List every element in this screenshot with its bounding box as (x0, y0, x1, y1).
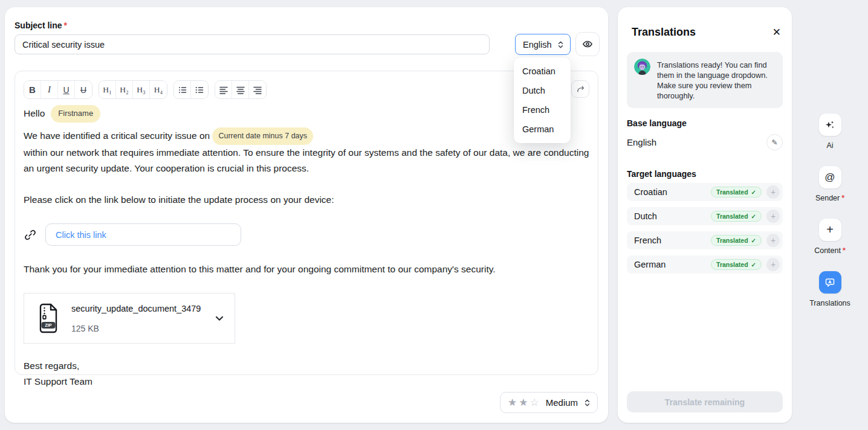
plus-icon: + (826, 223, 834, 237)
bullet-list-button[interactable] (174, 81, 191, 98)
paragraph-1: We have identified a critical security i… (24, 127, 591, 176)
rail-item-content: + Content* (814, 219, 846, 255)
email-editor-card: Subject line* English Croatian Dutch Fre… (5, 7, 608, 423)
attachment-card[interactable]: ZIP security_update_document_3479 125 KB (24, 293, 235, 344)
link-button[interactable]: Click this link (45, 223, 241, 246)
rich-text-editor: B I U U H₁ H₂ H₃ H₄ (15, 71, 598, 375)
language-option-croatian[interactable]: Croatian (514, 62, 571, 81)
target-row-dutch[interactable]: Dutch Translated ✓ + (627, 207, 783, 225)
align-left-button[interactable] (215, 81, 232, 98)
link-label: Click this link (56, 227, 106, 243)
edit-base-language-button[interactable]: ✎ (766, 134, 783, 150)
star-empty-icon: ☆ (530, 397, 539, 408)
subject-line-label: Subject line* (15, 21, 67, 30)
translate-remaining-button[interactable]: Translate remaining (627, 391, 783, 412)
align-center-button[interactable] (232, 81, 249, 98)
align-right-button[interactable] (249, 81, 266, 98)
add-language-button[interactable]: + (766, 234, 780, 247)
plus-icon: + (771, 187, 776, 197)
redo-icon (576, 85, 585, 94)
rail-label-ai: Ai (826, 141, 833, 150)
translations-button[interactable] (819, 271, 841, 294)
add-language-button[interactable]: + (766, 258, 780, 271)
tools-rail: Ai @ Sender* + Content* Translations (792, 114, 868, 307)
add-language-button[interactable]: + (766, 210, 780, 223)
rail-label-sender: Sender* (815, 194, 844, 202)
language-select[interactable]: English (515, 34, 571, 55)
heading1-button[interactable]: H₁ (99, 81, 116, 98)
target-row-german[interactable]: German Translated ✓ + (627, 255, 783, 274)
heading3-button[interactable]: H₃ (133, 81, 150, 98)
status-badge: Translated ✓ (711, 187, 762, 197)
email-body[interactable]: HelloFirstname We have identified a crit… (24, 105, 591, 390)
heading2-button[interactable]: H₂ (116, 81, 133, 98)
align-right-icon (253, 85, 262, 95)
italic-button[interactable]: I (41, 81, 58, 98)
ordered-list-button[interactable] (191, 81, 208, 98)
notice-text: Translations ready! You can find them in… (657, 59, 776, 101)
language-select-value: English (523, 40, 552, 50)
language-option-french[interactable]: French (514, 100, 571, 120)
translations-notice: Translations ready! You can find them in… (627, 52, 783, 108)
rail-label-content: Content* (814, 246, 846, 255)
language-option-german[interactable]: German (514, 120, 571, 139)
zip-file-icon: ZIP (36, 303, 60, 333)
editor-toolbar: B I U U H₁ H₂ H₃ H₄ (24, 80, 267, 99)
plus-icon: + (771, 211, 776, 221)
link-icon (24, 228, 37, 242)
panel-title: Translations (632, 26, 696, 39)
status-badge: Translated ✓ (711, 259, 762, 270)
rail-item-translations: Translations (809, 271, 850, 307)
base-language-value: English (627, 137, 656, 147)
assistant-avatar (634, 59, 650, 75)
greeting-line: HelloFirstname (24, 105, 591, 123)
pencil-icon: ✎ (771, 138, 777, 147)
firstname-merge-tag[interactable]: Firstname (51, 105, 100, 123)
check-icon: ✓ (751, 189, 756, 196)
priority-select[interactable]: ★ ★ ☆ Medium (500, 392, 598, 413)
required-asterisk: * (841, 194, 844, 202)
select-chevrons-icon (583, 399, 591, 407)
chevron-down-icon[interactable] (214, 313, 225, 324)
redo-button[interactable] (571, 80, 589, 98)
target-languages-label: Target languages (627, 169, 696, 179)
priority-value: Medium (546, 397, 578, 408)
heading-group: H₁ H₂ H₃ H₄ (99, 80, 167, 99)
rail-item-sender: @ Sender* (815, 166, 844, 202)
date-merge-tag[interactable]: Current date minus 7 days (212, 127, 313, 145)
strikethrough-button[interactable]: U (75, 81, 92, 98)
add-language-button[interactable]: + (766, 185, 780, 199)
rail-item-ai: Ai (819, 114, 841, 150)
preview-button[interactable] (575, 32, 600, 56)
base-language-label: Base language (627, 118, 687, 128)
underline-button[interactable]: U (58, 81, 75, 98)
heading4-button[interactable]: H₄ (150, 81, 167, 98)
language-option-dutch[interactable]: Dutch (514, 81, 571, 100)
ai-button[interactable] (819, 114, 841, 136)
content-button[interactable]: + (819, 219, 841, 241)
status-badge: Translated ✓ (711, 235, 762, 246)
sender-button[interactable]: @ (819, 166, 841, 188)
plus-icon: + (771, 236, 776, 245)
check-icon: ✓ (751, 213, 756, 220)
subject-input[interactable] (15, 34, 490, 54)
bullet-list-icon (178, 85, 187, 95)
bold-button[interactable]: B (24, 81, 41, 98)
sparkles-icon (824, 120, 835, 130)
plus-icon: + (771, 260, 776, 269)
required-asterisk: * (843, 246, 846, 255)
language-dropdown-menu: Croatian Dutch French German (514, 57, 571, 143)
zip-label: ZIP (45, 322, 52, 328)
star-filled-icon: ★ (519, 397, 528, 408)
select-chevrons-icon (557, 40, 565, 49)
close-icon[interactable]: ✕ (772, 26, 781, 39)
signoff-line-1: Best regards, (24, 358, 591, 374)
target-row-french[interactable]: French Translated ✓ + (627, 231, 783, 249)
link-row: Click this link (24, 223, 591, 246)
target-row-croatian[interactable]: Croatian Translated ✓ + (627, 183, 783, 201)
attachment-size: 125 KB (71, 321, 201, 336)
star-filled-icon: ★ (508, 397, 517, 408)
align-center-icon (236, 85, 245, 95)
paragraph-3: Thank you for your immediate attention t… (24, 262, 591, 277)
text-style-group: B I U U (24, 80, 92, 99)
